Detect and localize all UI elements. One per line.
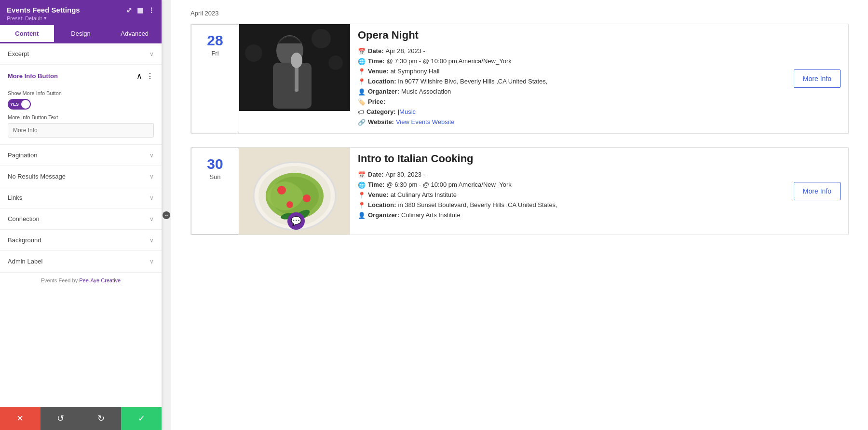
organizer-label-cooking: Organizer: (368, 211, 399, 219)
detail-location-opera: 📍 Location: in 9077 Wilshire Blvd, Bever… (358, 78, 781, 85)
time-label-opera: Time: (368, 57, 384, 65)
section-links-label: Links (8, 194, 22, 201)
columns-icon[interactable]: ▦ (137, 6, 143, 14)
event-card-opera-night: 28 Fri (190, 24, 849, 134)
date-value-cooking: Apr 30, 2023 - (386, 171, 425, 178)
event-details-opera: Opera Night 📅 Date: Apr 28, 2023 - 🌐 Tim… (350, 24, 789, 133)
detail-website-opera: 🔗 Website: View Events Website (358, 118, 781, 126)
location-icon-cooking: 📍 (358, 202, 366, 209)
location-value-opera: in 9077 Wilshire Blvd, Beverly Hills ,CA… (398, 78, 548, 85)
event-title-opera: Opera Night (358, 29, 781, 42)
event-date-box-cooking: 30 Sun (191, 148, 239, 235)
organizer-value-opera: Music Association (401, 88, 451, 95)
panel-tabs: Content Design Advanced (0, 25, 162, 43)
organizer-icon-cooking: 👤 (358, 212, 366, 219)
event-title-cooking: Intro to Italian Cooking (358, 153, 781, 165)
toggle-knob (21, 100, 30, 109)
button-text-input[interactable] (8, 123, 154, 138)
detail-date-opera: 📅 Date: Apr 28, 2023 - (358, 47, 781, 55)
section-admin-label-text: Admin Label (8, 258, 42, 265)
cancel-button[interactable]: ✕ (0, 407, 41, 430)
panel-footer: Events Feed by Pee-Aye Creative (0, 272, 162, 288)
location-icon-opera: 📍 (358, 78, 366, 85)
venue-label-opera: Venue: (368, 68, 389, 75)
clock-icon-cooking: 🌐 (358, 181, 366, 189)
bottom-bar: ✕ ↺ ↻ ✓ (0, 407, 162, 430)
resize-handle[interactable]: ↔ (162, 0, 171, 430)
more-info-button-cooking[interactable]: More Info (794, 182, 841, 200)
more-options-icon[interactable]: ⋮ (148, 6, 155, 14)
admin-label-chevron: ∨ (149, 258, 154, 265)
panel-content: Excerpt ∨ More Info Button ∧ ⋮ Show More… (0, 43, 162, 430)
clock-icon-opera: 🌐 (358, 58, 366, 65)
more-info-button-title: More Info Button (8, 72, 58, 80)
section-excerpt-label: Excerpt (8, 50, 29, 57)
event-card-italian-cooking: 30 Sun (190, 147, 849, 235)
tab-content[interactable]: Content (0, 25, 54, 43)
location-label-cooking: Location: (368, 201, 396, 208)
section-pagination[interactable]: Pagination ∨ (0, 145, 162, 166)
event-day-name-opera: Fri (196, 50, 234, 57)
section-background[interactable]: Background ∨ (0, 230, 162, 251)
section-connection[interactable]: Connection ∨ (0, 208, 162, 230)
chat-bubble[interactable]: 💬 (287, 212, 305, 230)
svg-point-6 (328, 55, 343, 70)
section-excerpt[interactable]: Excerpt ∨ (0, 43, 162, 65)
detail-organizer-cooking: 👤 Organizer: Culinary Arts Institute (358, 211, 781, 219)
detail-time-opera: 🌐 Time: @ 7:30 pm - @ 10:00 pm America/N… (358, 57, 781, 65)
location-value-cooking: in 380 Sunset Boulevard, Beverly Hills ,… (398, 201, 557, 208)
detail-location-cooking: 📍 Location: in 380 Sunset Boulevard, Bev… (358, 201, 781, 209)
chat-icon: 💬 (291, 216, 301, 226)
save-button[interactable]: ✓ (121, 407, 162, 430)
tab-design[interactable]: Design (54, 25, 108, 43)
svg-point-14 (286, 201, 293, 208)
event-image-opera (239, 24, 350, 111)
more-info-button-menu-icon[interactable]: ⋮ (146, 71, 154, 81)
more-info-button-icons: ∧ ⋮ (136, 71, 154, 81)
detail-price-opera: 🏷️ Price: (358, 98, 781, 106)
time-value-cooking: @ 6:30 pm - @ 10:00 pm America/New_York (386, 181, 511, 188)
detail-time-cooking: 🌐 Time: @ 6:30 pm - @ 10:00 pm America/N… (358, 181, 781, 189)
undo-button[interactable]: ↺ (41, 407, 81, 430)
svg-point-12 (277, 186, 286, 194)
category-label-opera: Category: (366, 108, 396, 115)
preset-text: Preset: Default (7, 15, 42, 21)
website-link-opera[interactable]: View Events Website (396, 118, 455, 125)
organizer-icon-opera: 👤 (358, 88, 366, 96)
detail-organizer-opera: 👤 Organizer: Music Association (358, 88, 781, 96)
calendar-icon-opera: 📅 (358, 48, 366, 55)
venue-value-opera: at Symphony Hall (391, 68, 440, 75)
location-label-opera: Location: (368, 78, 396, 85)
show-more-info-toggle[interactable]: YES (8, 99, 31, 110)
section-admin-label[interactable]: Admin Label ∨ (0, 251, 162, 272)
footer-link[interactable]: Pee-Aye Creative (79, 277, 121, 283)
svg-point-7 (245, 44, 262, 62)
more-info-button-collapse-icon[interactable]: ∧ (136, 71, 142, 81)
redo-button[interactable]: ↻ (81, 407, 122, 430)
price-icon-opera: 🏷️ (358, 98, 366, 106)
category-link-opera[interactable]: Music (399, 108, 416, 115)
venue-icon-opera: 📍 (358, 68, 366, 75)
no-results-chevron: ∨ (149, 173, 154, 180)
venue-value-cooking: at Culinary Arts Institute (391, 191, 457, 198)
section-no-results[interactable]: No Results Message ∨ (0, 166, 162, 187)
section-links[interactable]: Links ∨ (0, 187, 162, 208)
date-label-cooking: Date: (368, 171, 384, 178)
tab-advanced[interactable]: Advanced (108, 25, 162, 43)
background-chevron: ∨ (149, 237, 154, 244)
footer-text: Events Feed by (41, 277, 80, 283)
expand-icon[interactable]: ⤢ (126, 6, 132, 14)
price-label-opera: Price: (368, 98, 385, 105)
preset-selector[interactable]: Preset: Default ▾ (7, 15, 155, 21)
event-date-box-opera: 28 Fri (191, 24, 239, 133)
svg-point-5 (312, 29, 331, 48)
more-info-button-opera[interactable]: More Info (794, 69, 841, 88)
left-panel: Events Feed Settings ⤢ ▦ ⋮ Preset: Defau… (0, 0, 162, 430)
more-info-button-header: More Info Button ∧ ⋮ (8, 65, 154, 85)
svg-rect-2 (273, 63, 312, 109)
panel-title-icons: ⤢ ▦ ⋮ (126, 6, 155, 14)
event-day-num-cooking: 30 (196, 157, 234, 171)
section-more-info-button: More Info Button ∧ ⋮ Show More Info Butt… (0, 65, 162, 145)
links-chevron: ∨ (149, 194, 154, 201)
show-toggle-label: Show More Info Button (8, 90, 154, 96)
